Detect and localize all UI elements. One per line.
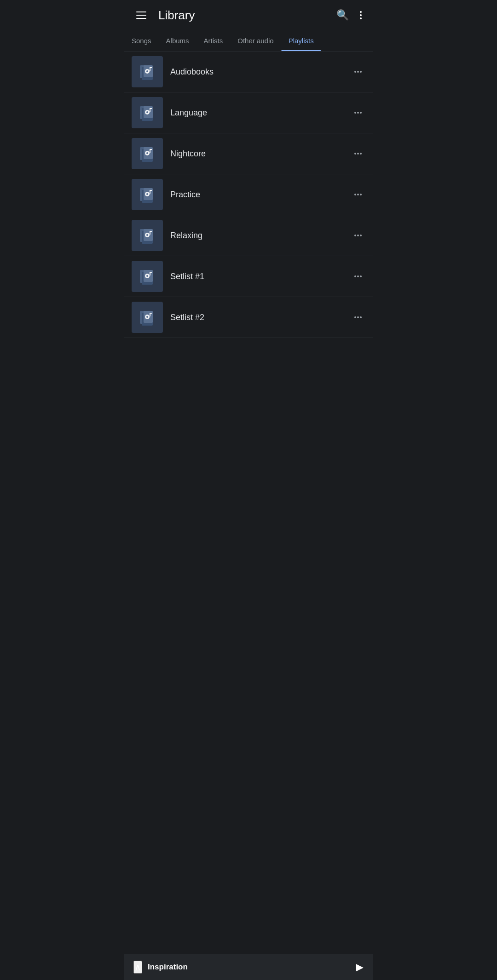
svg-rect-6 (150, 67, 152, 68)
tab-artists[interactable]: Artists (196, 30, 231, 51)
playlist-music-icon (139, 145, 156, 162)
list-item[interactable]: Nightcore (124, 133, 373, 174)
svg-rect-41 (150, 272, 152, 273)
playlist-music-icon (139, 309, 156, 326)
playlist-more-button[interactable] (351, 108, 365, 117)
playlist-music-icon (139, 63, 156, 80)
player-play-button[interactable]: ▶ (356, 961, 364, 973)
more-dots-icon (354, 235, 362, 236)
playlist-name: Practice (170, 190, 351, 200)
playlist-more-button[interactable] (351, 67, 365, 76)
playlist-name: Relaxing (170, 231, 351, 241)
bottom-player-bar[interactable]: ∧ Inspiration ▶ (124, 954, 373, 980)
hamburger-icon (135, 11, 147, 20)
svg-rect-27 (150, 190, 152, 191)
list-item[interactable]: Practice (124, 174, 373, 215)
playlist-name: Setlist #1 (170, 272, 351, 281)
player-left-section: ∧ Inspiration (133, 961, 188, 974)
svg-rect-13 (150, 108, 152, 109)
playlist-thumbnail (132, 302, 163, 333)
svg-rect-34 (150, 231, 152, 232)
svg-point-39 (146, 275, 148, 277)
playlist-music-icon (139, 186, 156, 203)
now-playing-title: Inspiration (148, 963, 188, 972)
tabs-bar: Songs Albums Artists Other audio Playlis… (124, 30, 373, 52)
playlist-music-icon (139, 104, 156, 121)
more-dots-icon (354, 153, 362, 155)
playlist-more-button[interactable] (351, 313, 365, 322)
list-item[interactable]: Audiobooks (124, 52, 373, 92)
playlist-thumbnail (132, 220, 163, 251)
svg-point-32 (146, 234, 148, 236)
play-icon: ▶ (356, 961, 364, 973)
tab-albums[interactable]: Albums (159, 30, 196, 51)
more-dots-icon (354, 194, 362, 195)
page-title: Library (158, 8, 195, 23)
svg-point-4 (146, 70, 148, 72)
more-dots-icon (354, 112, 362, 114)
playlist-more-button[interactable] (351, 190, 365, 199)
list-item[interactable]: Setlist #1 (124, 256, 373, 297)
header-actions: 🔍 (335, 7, 364, 23)
playlist-list: Audiobooks (124, 52, 373, 338)
more-dots-icon (354, 316, 362, 318)
player-expand-button[interactable]: ∧ (133, 961, 142, 974)
tab-songs[interactable]: Songs (124, 30, 159, 51)
playlist-music-icon (139, 227, 156, 244)
chevron-up-icon: ∧ (134, 962, 141, 972)
svg-point-11 (146, 111, 148, 113)
svg-rect-20 (150, 149, 152, 150)
menu-button[interactable] (133, 9, 149, 22)
main-content: Audiobooks (124, 52, 373, 370)
list-item[interactable]: Setlist #2 (124, 297, 373, 338)
more-options-icon (360, 11, 362, 19)
list-item[interactable]: Language (124, 92, 373, 133)
svg-point-25 (146, 193, 148, 195)
playlist-more-button[interactable] (351, 231, 365, 240)
svg-point-18 (146, 152, 148, 154)
playlist-name: Audiobooks (170, 67, 351, 77)
playlist-thumbnail (132, 97, 163, 128)
playlist-name: Setlist #2 (170, 313, 351, 322)
more-dots-icon (354, 71, 362, 73)
header: Library 🔍 (124, 0, 373, 30)
playlist-name: Nightcore (170, 149, 351, 159)
playlist-thumbnail (132, 138, 163, 169)
playlist-thumbnail (132, 56, 163, 87)
search-icon: 🔍 (336, 9, 349, 21)
playlist-more-button[interactable] (351, 149, 365, 158)
playlist-name: Language (170, 108, 351, 118)
tab-playlists[interactable]: Playlists (281, 30, 321, 51)
header-left: Library (133, 8, 195, 23)
playlist-music-icon (139, 268, 156, 285)
search-button[interactable]: 🔍 (335, 7, 351, 23)
svg-point-46 (146, 316, 148, 318)
more-dots-icon (354, 275, 362, 277)
svg-rect-48 (150, 313, 152, 314)
more-options-button[interactable] (358, 9, 364, 21)
playlist-thumbnail (132, 261, 163, 292)
list-item[interactable]: Relaxing (124, 215, 373, 256)
tab-other-audio[interactable]: Other audio (230, 30, 281, 51)
playlist-thumbnail (132, 179, 163, 210)
playlist-more-button[interactable] (351, 272, 365, 281)
